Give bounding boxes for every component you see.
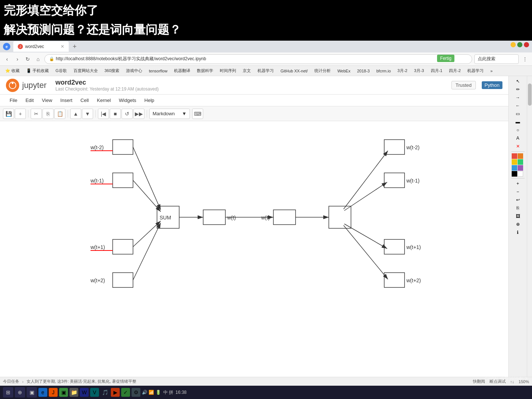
- tool-filled-rect[interactable]: ▬: [514, 118, 522, 126]
- search-taskbar[interactable]: ⊕: [15, 387, 25, 398]
- bookmark-github[interactable]: GitHub XX-net/: [278, 68, 310, 74]
- close-button[interactable]: [524, 42, 529, 47]
- app8-taskbar[interactable]: ▶: [111, 388, 120, 397]
- save-button[interactable]: 💾: [3, 109, 14, 119]
- app4-taskbar[interactable]: 📁: [69, 388, 78, 397]
- bookmark-ts[interactable]: 时间序列: [218, 67, 238, 74]
- bookmark-stats[interactable]: 统计分析: [312, 67, 333, 74]
- back-button[interactable]: ‹: [3, 55, 11, 63]
- bookmark-data[interactable]: 数据科学: [195, 67, 215, 74]
- tool-arrow-right[interactable]: →: [514, 94, 522, 101]
- bookmark-webex[interactable]: WebEx: [335, 68, 352, 74]
- move-up-button[interactable]: ▲: [70, 109, 81, 119]
- bookmark-games[interactable]: 游戏中心: [124, 67, 144, 74]
- tool-info[interactable]: ℹ: [514, 229, 522, 236]
- bookmark-2018[interactable]: 2018-3: [355, 68, 372, 74]
- tool-plus[interactable]: +: [514, 180, 522, 187]
- menu-widgets[interactable]: Widgets: [115, 96, 140, 105]
- search-box[interactable]: 点此搜索: [474, 54, 519, 64]
- bookmark-google[interactable]: G谷歌: [53, 67, 69, 74]
- bookmark-360[interactable]: 360搜索: [102, 67, 122, 74]
- arrow-lt2-sum: [133, 147, 161, 210]
- bookmark-ml[interactable]: 机器学习: [255, 67, 276, 74]
- menu-help[interactable]: Help: [141, 96, 158, 105]
- bookmark-ml-trans[interactable]: 机器翻译: [172, 67, 192, 74]
- color-black[interactable]: [512, 171, 517, 177]
- bookmark-ml2[interactable]: 机器学习: [465, 67, 486, 74]
- menu-view[interactable]: View: [38, 96, 56, 105]
- scroll-thumb[interactable]: [528, 83, 532, 106]
- app6-taskbar[interactable]: V: [90, 388, 99, 397]
- tool-pen[interactable]: ✏: [514, 86, 522, 93]
- color-white[interactable]: [518, 171, 523, 177]
- active-tab[interactable]: J word2vec ✕: [13, 41, 69, 52]
- cell-type-selector[interactable]: Markdown ▼: [149, 109, 190, 119]
- copy-button[interactable]: ⎘: [42, 109, 54, 119]
- refresh-button[interactable]: ↻: [24, 55, 32, 63]
- tool-arrow-left[interactable]: ←: [514, 102, 522, 109]
- extensions-button[interactable]: ⋮: [521, 55, 529, 63]
- move-down-button[interactable]: ▼: [82, 109, 93, 119]
- tool-circle[interactable]: ○: [514, 126, 522, 134]
- menu-kernel[interactable]: Kernel: [93, 96, 115, 105]
- color-orange[interactable]: [518, 153, 523, 159]
- menu-insert[interactable]: Insert: [57, 96, 76, 105]
- tool-cursor[interactable]: ↖: [514, 78, 522, 85]
- bookmark-mar2[interactable]: 3月-2: [395, 67, 410, 74]
- bookmark-jd[interactable]: 京文: [241, 67, 253, 74]
- trusted-badge[interactable]: Trusted: [451, 81, 476, 89]
- app10-taskbar[interactable]: ⚙: [132, 388, 140, 397]
- start-button[interactable]: ⊞: [3, 387, 13, 398]
- app9-taskbar[interactable]: ✓: [121, 388, 130, 397]
- tool-x[interactable]: ✕: [514, 143, 522, 150]
- forward-button[interactable]: ›: [13, 55, 21, 63]
- bookmark-mobile[interactable]: 📱 手机收藏: [24, 67, 51, 74]
- maximize-button[interactable]: [517, 42, 522, 47]
- color-red[interactable]: [512, 153, 517, 159]
- app5-taskbar[interactable]: W: [80, 388, 89, 397]
- stop-button[interactable]: ■: [110, 109, 121, 119]
- run-first-button[interactable]: |◀: [98, 109, 109, 119]
- color-yellow[interactable]: [512, 159, 517, 165]
- url-input[interactable]: 🔒 http://localhost:8888/notebooks/机器学习实战…: [44, 54, 472, 64]
- bookmark-baidu[interactable]: 百度网站大全: [71, 67, 100, 74]
- notebook-name[interactable]: word2vec: [55, 79, 159, 86]
- tool-image[interactable]: 🖼: [514, 212, 522, 220]
- cut-button[interactable]: ✂: [31, 109, 42, 119]
- tool-text[interactable]: A: [514, 134, 522, 142]
- app7-taskbar[interactable]: 🎵: [100, 388, 109, 397]
- tool-undo[interactable]: ↩: [514, 196, 522, 204]
- tool-copy2[interactable]: ⎘: [514, 204, 522, 212]
- bookmark-tf[interactable]: tensorflow: [147, 68, 170, 74]
- paste-button[interactable]: 📋: [54, 109, 65, 119]
- color-green[interactable]: [518, 159, 523, 165]
- menu-cell[interactable]: Cell: [77, 96, 92, 105]
- bookmark-apr2[interactable]: 四月-2: [447, 67, 463, 74]
- add-cell-button[interactable]: +: [15, 109, 26, 119]
- run-all-button[interactable]: ▶▶: [133, 109, 144, 119]
- jupyter-taskbar[interactable]: J: [49, 388, 58, 397]
- app3-taskbar[interactable]: ▣: [59, 388, 68, 397]
- restart-button[interactable]: ↺: [122, 109, 133, 119]
- bookmark-bfcrm[interactable]: bfcrm.io: [374, 68, 393, 74]
- edge-taskbar[interactable]: e: [38, 388, 47, 397]
- tab-close-button[interactable]: ✕: [61, 44, 64, 49]
- new-tab-button[interactable]: +: [69, 41, 80, 52]
- color-blue[interactable]: [512, 165, 517, 171]
- tool-minus[interactable]: −: [514, 188, 522, 195]
- menu-edit[interactable]: Edit: [22, 96, 37, 105]
- bookmark-mar3[interactable]: 3月-3: [412, 67, 426, 74]
- tool-zoom[interactable]: ⊕: [514, 221, 522, 228]
- color-purple[interactable]: [518, 165, 523, 171]
- menu-file[interactable]: File: [6, 96, 21, 105]
- bookmark-favorites[interactable]: ⭐ 收藏: [3, 67, 22, 74]
- tool-rect[interactable]: ▭: [514, 110, 522, 117]
- home-button[interactable]: ⌂: [34, 55, 42, 63]
- status-quickread[interactable]: 快翻阅: [473, 379, 485, 384]
- keyboard-shortcuts-button[interactable]: ⌨: [192, 109, 203, 119]
- right-scrollbar[interactable]: [527, 76, 532, 399]
- bookmark-apr1[interactable]: 四月-1: [429, 67, 445, 74]
- bookmark-more[interactable]: »: [488, 68, 495, 74]
- minimize-button[interactable]: [511, 42, 516, 47]
- task-view[interactable]: ▣: [27, 387, 37, 398]
